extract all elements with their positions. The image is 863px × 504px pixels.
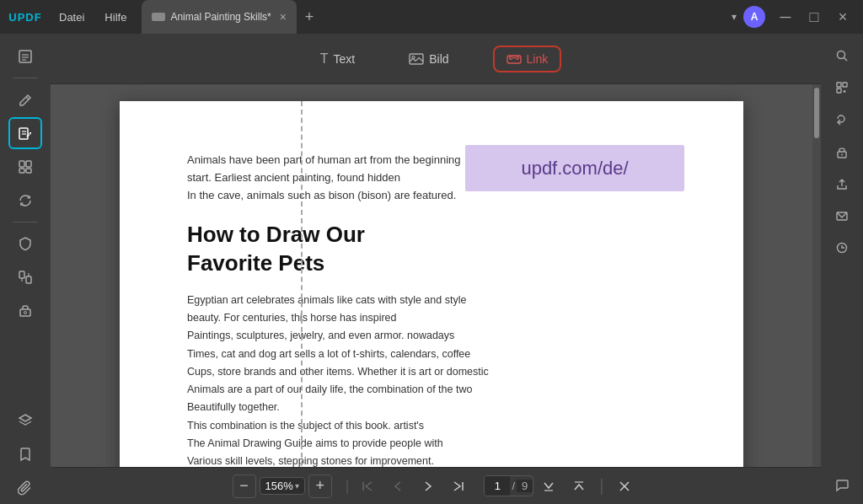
sidebar-icon-plugin[interactable] (8, 295, 42, 327)
svg-rect-8 (19, 161, 24, 167)
svg-line-4 (26, 97, 29, 99)
svg-point-28 (838, 51, 845, 59)
svg-rect-11 (26, 169, 31, 173)
sidebar-divider-2 (13, 222, 38, 223)
right-comment-button[interactable] (827, 474, 857, 504)
nav-scroll-down-button[interactable] (533, 471, 564, 501)
tab-file-icon (152, 13, 165, 21)
tab-close-button[interactable]: × (280, 10, 287, 24)
nav-divider-2: | (599, 476, 603, 496)
viewer-container: updf.com/de/ Animals have been part of h… (51, 84, 821, 467)
right-undo-button[interactable] (827, 105, 857, 135)
right-history-button[interactable] (827, 233, 857, 263)
zoom-in-button[interactable]: + (308, 475, 332, 498)
svg-point-17 (24, 312, 27, 314)
tab-bar: Animal Painting Skills* × + (142, 0, 322, 34)
avatar[interactable]: A (743, 6, 765, 28)
left-sidebar (0, 34, 51, 504)
dropdown-button[interactable]: ▾ (732, 11, 737, 23)
page-separator: / (510, 480, 517, 492)
pdf-heading: How to Draw Our Favorite Pets (187, 221, 676, 278)
right-email-button[interactable] (827, 201, 857, 231)
sidebar-icon-protect[interactable] (8, 228, 42, 260)
page-total: 9 (517, 480, 533, 492)
avatar-letter: A (751, 11, 758, 23)
nav-scroll-up-button[interactable] (564, 471, 594, 501)
zoom-level-display[interactable]: 156% ▾ (260, 477, 305, 495)
zoom-out-button[interactable]: − (233, 475, 256, 498)
link-tool-label: Link (527, 52, 549, 66)
svg-rect-13 (26, 276, 31, 283)
nav-prev-page-button[interactable] (383, 471, 413, 501)
pdf-page: updf.com/de/ Animals have been part of h… (120, 101, 743, 467)
maximize-button[interactable]: □ (801, 3, 828, 30)
minimize-button[interactable]: ─ (772, 3, 799, 30)
svg-rect-31 (843, 83, 847, 87)
link-highlight-box[interactable]: updf.com/de/ (465, 145, 684, 191)
svg-rect-9 (26, 161, 31, 167)
sidebar-icon-layers[interactable] (8, 405, 42, 437)
page-number-input[interactable] (485, 476, 510, 496)
tab-add-button[interactable]: + (297, 0, 322, 34)
pdf-viewer[interactable]: updf.com/de/ Animals have been part of h… (51, 84, 812, 467)
svg-point-36 (841, 154, 843, 156)
sidebar-icon-edit[interactable] (8, 83, 42, 115)
svg-point-19 (412, 56, 415, 58)
image-tool-icon (409, 53, 424, 65)
right-sidebar (821, 34, 863, 504)
top-toolbar: T Text Bild Link (51, 34, 821, 84)
svg-rect-10 (19, 169, 24, 173)
active-tab[interactable]: Animal Painting Skills* × (142, 0, 297, 34)
menu-datei[interactable]: Datei (51, 0, 93, 34)
sidebar-icon-convert[interactable] (8, 185, 42, 217)
right-search-button[interactable] (827, 40, 857, 71)
sidebar-icon-pages[interactable] (8, 40, 42, 72)
svg-rect-12 (19, 271, 24, 278)
right-lock-button[interactable] (827, 137, 857, 167)
right-share-button[interactable] (827, 169, 857, 199)
link-url-text: updf.com/de/ (521, 158, 628, 180)
sidebar-icon-organize[interactable] (8, 151, 42, 183)
sidebar-divider-1 (13, 78, 38, 78)
close-button[interactable]: × (829, 3, 856, 30)
tab-title: Animal Painting Skills* (170, 11, 271, 23)
zoom-controls: − 156% ▾ + (233, 475, 332, 498)
nav-first-page-button[interactable] (352, 471, 383, 501)
menu-hilfe[interactable]: Hilfe (96, 0, 135, 34)
scrollbar[interactable] (812, 84, 821, 467)
text-tool-label: Text (334, 52, 356, 66)
dashed-guide-line (301, 101, 303, 467)
svg-rect-0 (19, 51, 31, 62)
close-nav-button[interactable] (609, 471, 640, 501)
zoom-level-text: 156% (265, 480, 293, 492)
logo-text: UPDF (8, 11, 41, 24)
svg-rect-32 (837, 88, 841, 93)
nav-divider-1: | (346, 477, 350, 495)
menu-bar: Datei Hilfe (51, 0, 135, 34)
sidebar-icon-bookmark[interactable] (8, 438, 42, 470)
page-input-section: / 9 (484, 475, 533, 496)
link-tool-icon (507, 53, 522, 65)
window-controls: ▾ A ─ □ × (732, 3, 863, 30)
app-logo: UPDF (0, 0, 51, 34)
sidebar-icon-annotate[interactable] (8, 117, 42, 149)
svg-rect-30 (837, 83, 841, 87)
nav-next-page-button[interactable] (413, 471, 443, 501)
nav-last-page-button[interactable] (443, 471, 474, 501)
image-tool-label: Bild (429, 52, 448, 66)
svg-line-29 (844, 58, 848, 62)
content-area: T Text Bild Link (51, 34, 821, 504)
image-tool-button[interactable]: Bild (399, 47, 458, 71)
zoom-dropdown-arrow: ▾ (295, 481, 299, 491)
text-tool-button[interactable]: T Text (310, 46, 365, 72)
scrollbar-thumb[interactable] (814, 88, 819, 138)
sidebar-icon-merge[interactable] (8, 261, 42, 293)
main-layout: T Text Bild Link (0, 34, 863, 504)
sidebar-icon-attachment[interactable] (8, 472, 42, 504)
right-ocr-button[interactable] (827, 72, 857, 103)
svg-rect-18 (410, 54, 423, 64)
text-tool-icon: T (320, 51, 329, 67)
link-tool-button[interactable]: Link (493, 46, 562, 72)
svg-rect-16 (20, 309, 30, 316)
titlebar: UPDF Datei Hilfe Animal Painting Skills*… (0, 0, 863, 34)
